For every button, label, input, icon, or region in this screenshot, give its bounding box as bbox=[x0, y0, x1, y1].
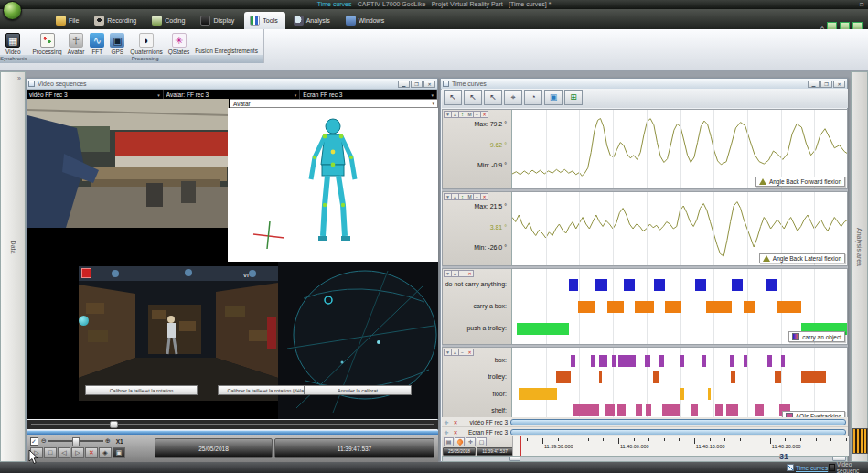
gantt-bar[interactable] bbox=[605, 404, 615, 416]
gantt-bar[interactable] bbox=[595, 279, 607, 291]
qstates-button[interactable]: ✳QStates bbox=[166, 31, 191, 57]
gantt-bar[interactable] bbox=[599, 355, 608, 367]
tab-recording[interactable]: Recording bbox=[89, 12, 144, 29]
gantt-bar[interactable] bbox=[635, 301, 654, 313]
processing-button[interactable]: Processing bbox=[31, 31, 64, 57]
expand-panel-icon[interactable]: » bbox=[17, 75, 21, 81]
gantt-bar[interactable] bbox=[591, 355, 595, 367]
gantt-bar[interactable] bbox=[665, 301, 681, 313]
cancel-icon[interactable]: ✕ bbox=[85, 447, 98, 458]
marker-pin-icon[interactable] bbox=[455, 437, 465, 446]
track-bar[interactable] bbox=[510, 429, 846, 435]
gantt-bar[interactable] bbox=[624, 279, 635, 291]
video-button[interactable]: ▦Video bbox=[4, 31, 23, 57]
gantt-bar[interactable] bbox=[680, 388, 684, 400]
gantt-bar[interactable] bbox=[726, 404, 738, 416]
gantt-bar[interactable] bbox=[744, 301, 756, 313]
gantt-bar[interactable] bbox=[517, 323, 569, 335]
sync-checkbox[interactable]: ✓ bbox=[30, 437, 38, 446]
video-window-titlebar[interactable]: Video sequences ▁ ❐ ✕ bbox=[27, 79, 437, 90]
gantt-bar[interactable] bbox=[715, 404, 723, 416]
zoom-cursor-icon[interactable]: ⌖ bbox=[504, 90, 522, 105]
gantt-bar[interactable] bbox=[755, 404, 764, 416]
office-video[interactable] bbox=[27, 99, 229, 228]
step-back-icon[interactable]: ◁ bbox=[58, 447, 70, 458]
gantt-bar[interactable] bbox=[618, 355, 636, 367]
close-icon[interactable]: ✕ bbox=[480, 111, 488, 118]
sound-icon[interactable]: ◈ bbox=[99, 447, 112, 458]
fft-button[interactable]: ∿FFT bbox=[88, 31, 106, 57]
gantt-bar[interactable] bbox=[645, 355, 650, 367]
avatar-view-dropdown[interactable]: Avatar ▾ bbox=[230, 99, 438, 108]
data-panel[interactable]: » Data bbox=[0, 71, 26, 462]
add-curve-icon[interactable]: ⊞ bbox=[564, 90, 583, 105]
tab-analysis[interactable]: Analysis bbox=[288, 12, 338, 29]
restore-icon[interactable]: ❐ bbox=[411, 81, 423, 88]
frame-icon[interactable]: ▢ bbox=[477, 437, 487, 446]
gantt-bar[interactable] bbox=[662, 404, 680, 416]
snapshot-icon[interactable]: ▣ bbox=[113, 447, 125, 458]
panel-icon[interactable]: ▣ bbox=[544, 90, 563, 105]
close-icon[interactable]: ✕ bbox=[833, 81, 845, 88]
gantt-bar[interactable] bbox=[766, 279, 777, 291]
gantt-bar[interactable] bbox=[653, 371, 659, 383]
vr-calibration-button-0[interactable]: Calibrer la taille et la rotation bbox=[85, 385, 198, 395]
minimize-icon[interactable]: ▁ bbox=[808, 81, 820, 88]
gantt-bar[interactable] bbox=[617, 404, 626, 416]
gantt-bar[interactable] bbox=[654, 279, 665, 291]
eyetracking-video[interactable] bbox=[278, 262, 438, 419]
taskbar-item-time-curves[interactable]: Time curves bbox=[787, 463, 828, 472]
gantt-bar[interactable] bbox=[571, 355, 574, 367]
speed-rail[interactable] bbox=[48, 440, 103, 442]
faster-icon[interactable]: ⊕ bbox=[105, 437, 111, 445]
gantt-bar[interactable] bbox=[573, 404, 599, 416]
gantt-bar[interactable] bbox=[612, 355, 616, 367]
close-icon[interactable]: ✕ bbox=[480, 193, 488, 200]
gantt-bar[interactable] bbox=[607, 301, 624, 313]
scrollbar-left-handle[interactable] bbox=[509, 457, 520, 461]
vr-calibration-button-2[interactable]: Annuler la calibrat bbox=[304, 385, 412, 395]
gps-button[interactable]: ▣GPS bbox=[108, 31, 126, 57]
gantt-bar[interactable] bbox=[744, 355, 747, 367]
quaternions-button[interactable]: ◗Quaternions bbox=[128, 31, 164, 57]
tab-display[interactable]: Display bbox=[195, 12, 241, 29]
gantt-bar[interactable] bbox=[695, 279, 706, 291]
gantt-bar[interactable] bbox=[775, 371, 781, 383]
close-icon[interactable]: ✕ bbox=[423, 81, 435, 88]
add-track-icon[interactable]: ✛ bbox=[466, 437, 476, 446]
vr-scene-video[interactable]: vr bbox=[79, 266, 278, 401]
tab-file[interactable]: File bbox=[50, 12, 86, 29]
gantt-bar[interactable] bbox=[702, 355, 706, 367]
gantt-bar[interactable] bbox=[519, 388, 557, 400]
gantt-bar[interactable] bbox=[732, 279, 743, 291]
gantt-bar[interactable] bbox=[730, 355, 734, 367]
wave-cursor-icon[interactable]: ↖ bbox=[484, 90, 502, 105]
gantt-bar[interactable] bbox=[659, 355, 664, 367]
restore-button[interactable]: ❐ bbox=[857, 1, 866, 8]
gantt-bar[interactable] bbox=[556, 371, 571, 383]
gantt-bar[interactable] bbox=[636, 404, 642, 416]
minimize-icon[interactable]: ▁ bbox=[398, 81, 410, 88]
export-icon[interactable]: ▤ bbox=[444, 437, 454, 446]
restore-icon[interactable]: ❐ bbox=[820, 81, 832, 88]
add-cursor-icon[interactable]: ↖ bbox=[464, 90, 482, 105]
avatar-3d-view[interactable] bbox=[228, 108, 438, 262]
slower-icon[interactable]: ⊖ bbox=[41, 437, 47, 445]
gantt-bar[interactable] bbox=[777, 301, 801, 313]
track-bar[interactable] bbox=[510, 419, 846, 425]
minimize-button[interactable]: — bbox=[846, 1, 855, 8]
speed-handle[interactable] bbox=[72, 437, 80, 446]
tab-tools[interactable]: Tools bbox=[244, 12, 284, 29]
tab-windows[interactable]: Windows bbox=[340, 12, 391, 29]
tab-coding[interactable]: Coding bbox=[146, 12, 192, 29]
remove-icon[interactable]: ✕ bbox=[451, 419, 460, 425]
seek-handle[interactable] bbox=[110, 421, 118, 428]
remove-icon[interactable]: ✕ bbox=[451, 429, 460, 435]
gantt-bar[interactable] bbox=[781, 355, 786, 367]
gantt-bar[interactable] bbox=[801, 371, 826, 383]
gantt-bar[interactable] bbox=[680, 355, 685, 367]
clock-icon[interactable]: ◔ bbox=[524, 90, 542, 105]
gantt-bar[interactable] bbox=[767, 355, 772, 367]
stop-icon[interactable]: □ bbox=[44, 447, 57, 458]
gantt-bar[interactable] bbox=[646, 404, 651, 416]
